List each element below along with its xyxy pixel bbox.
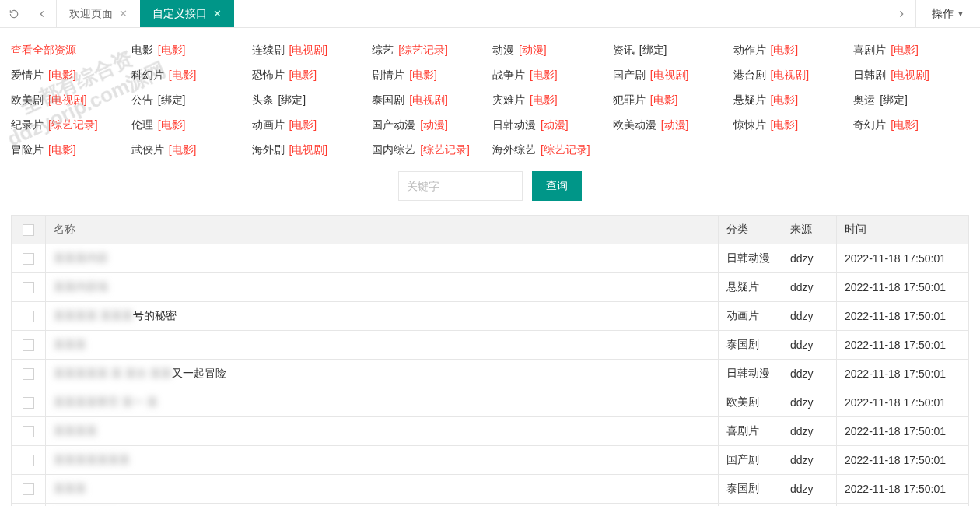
category-link[interactable]: 欧美剧 [电视剧]	[11, 93, 127, 107]
cell-source: ddzy	[782, 273, 837, 302]
category-link[interactable]: 国内综艺 [综艺记录]	[372, 143, 488, 157]
category-link[interactable]: 日韩动漫 [动漫]	[492, 118, 608, 132]
tab-next-button[interactable]	[887, 0, 915, 27]
category-link[interactable]: 动漫 [动漫]	[492, 44, 608, 58]
category-link[interactable]: 国产剧 [电视剧]	[613, 69, 729, 83]
category-link[interactable]: 剧情片 [电影]	[372, 69, 488, 83]
cell-category: 日韩动漫	[719, 244, 782, 273]
category-link[interactable]: 资讯 [绑定]	[613, 44, 729, 58]
category-link[interactable]: 电影 [电影]	[131, 44, 247, 58]
category-tag: [电影]	[530, 93, 558, 106]
category-link[interactable]: 海外综艺 [综艺记录]	[492, 143, 608, 157]
category-link[interactable]: 纪录片 [综艺记录]	[11, 118, 127, 132]
category-link[interactable]: 科幻片 [电影]	[131, 69, 247, 83]
refresh-button[interactable]	[0, 0, 28, 27]
category-link[interactable]: 动画片 [电影]	[252, 118, 368, 132]
category-link[interactable]: 惊悚片 [电影]	[733, 118, 849, 132]
category-link[interactable]: 日韩剧 [电视剧]	[853, 69, 969, 83]
table-row: 某某某某喜剧片ddzy2022-11-18 17:50:01	[12, 417, 969, 446]
row-checkbox[interactable]	[23, 253, 34, 265]
row-checkbox[interactable]	[23, 311, 34, 322]
row-checkbox[interactable]	[23, 282, 34, 293]
category-tag: [综艺记录]	[420, 143, 470, 156]
row-checkbox[interactable]	[23, 397, 34, 409]
category-label: 喜剧片	[853, 44, 886, 56]
category-link[interactable]: 爱情片 [电影]	[11, 69, 127, 83]
cell-name[interactable]: 某某某	[46, 475, 719, 504]
cell-name[interactable]: 某某某某某某意	[46, 504, 719, 507]
cell-name[interactable]: 某某内容项	[46, 273, 719, 302]
operations-label: 操作	[932, 7, 954, 21]
cell-time: 2022-11-18 17:50:01	[837, 273, 969, 302]
category-label: 纪录片	[11, 118, 44, 131]
category-label: 综艺	[372, 44, 394, 56]
category-link[interactable]: 冒险片 [电影]	[11, 143, 127, 157]
cell-time: 2022-11-18 17:50:01	[837, 475, 969, 504]
cell-name[interactable]: 某某某某某某某	[46, 446, 719, 475]
category-tag: [电影]	[891, 44, 919, 56]
category-link[interactable]: 综艺 [综艺记录]	[372, 44, 488, 58]
row-checkbox[interactable]	[23, 368, 34, 380]
category-link[interactable]: 查看全部资源	[11, 44, 127, 58]
col-source: 来源	[782, 216, 837, 244]
cell-name[interactable]: 某某某内容	[46, 244, 719, 273]
row-checkbox[interactable]	[23, 426, 34, 437]
category-link[interactable]: 动作片 [电影]	[733, 44, 849, 58]
cell-name[interactable]: 某某某某客官 某一 某	[46, 388, 719, 417]
category-link[interactable]: 恐怖片 [电影]	[252, 69, 368, 83]
row-checkbox[interactable]	[23, 483, 34, 495]
cell-time: 2022-11-18 17:45:01	[837, 504, 969, 507]
category-tag: [绑定]	[639, 44, 667, 56]
operations-dropdown[interactable]: 操作 ▼	[916, 0, 980, 27]
category-label: 日韩动漫	[492, 118, 536, 131]
category-link[interactable]: 公告 [绑定]	[131, 93, 247, 107]
cell-name[interactable]: 某某某某 某某某号的秘密	[46, 302, 719, 331]
category-link[interactable]: 悬疑片 [电影]	[733, 93, 849, 107]
category-label: 资讯	[613, 44, 635, 56]
cell-name[interactable]: 某某某某某 某 某女 某某又一起冒险	[46, 360, 719, 388]
category-link[interactable]: 泰国剧 [电视剧]	[372, 93, 488, 107]
tab-label: 欢迎页面	[69, 7, 113, 21]
category-label: 欧美剧	[11, 93, 44, 106]
category-label: 悬疑片	[733, 93, 766, 106]
cell-name[interactable]: 某某某某	[46, 417, 719, 446]
close-icon[interactable]: ✕	[213, 8, 222, 19]
category-tag: [电影]	[770, 93, 798, 106]
category-link[interactable]: 伦理 [电影]	[131, 118, 247, 132]
cell-source: ddzy	[782, 244, 837, 273]
col-time: 时间	[837, 216, 969, 244]
category-link[interactable]: 欧美动漫 [动漫]	[613, 118, 729, 132]
tab[interactable]: 欢迎页面✕	[57, 0, 140, 27]
row-checkbox[interactable]	[23, 339, 34, 351]
search-button[interactable]: 查询	[532, 171, 582, 201]
category-tag: [电影]	[650, 93, 678, 106]
category-link[interactable]: 奥运 [绑定]	[853, 93, 969, 107]
category-link[interactable]: 海外剧 [电视剧]	[252, 143, 368, 157]
search-input[interactable]	[398, 171, 523, 201]
category-link[interactable]: 连续剧 [电视剧]	[252, 44, 368, 58]
tab-label: 自定义接口	[152, 7, 207, 21]
category-label: 冒险片	[11, 143, 44, 156]
category-link[interactable]: 喜剧片 [电影]	[853, 44, 969, 58]
category-link[interactable]: 国产动漫 [动漫]	[372, 118, 488, 132]
table-row: 某某内容项悬疑片ddzy2022-11-18 17:50:01	[12, 273, 969, 302]
tab[interactable]: 自定义接口✕	[140, 0, 234, 27]
category-tag: [电视剧]	[770, 69, 809, 81]
cell-source: ddzy	[782, 302, 837, 331]
category-link[interactable]: 奇幻片 [电影]	[853, 118, 969, 132]
category-label: 爱情片	[11, 69, 44, 81]
category-link[interactable]: 灾难片 [电影]	[492, 93, 608, 107]
cell-name[interactable]: 某某某	[46, 331, 719, 360]
select-all-checkbox[interactable]	[23, 224, 34, 236]
category-link[interactable]: 头条 [绑定]	[252, 93, 368, 107]
category-link[interactable]: 武侠片 [电影]	[131, 143, 247, 157]
category-label: 国产剧	[613, 69, 646, 81]
tab-prev-button[interactable]	[28, 0, 56, 27]
category-link[interactable]: 战争片 [电影]	[492, 69, 608, 83]
row-checkbox[interactable]	[23, 455, 34, 466]
category-label: 灾难片	[492, 93, 525, 106]
category-link[interactable]: 犯罪片 [电影]	[613, 93, 729, 107]
close-icon[interactable]: ✕	[119, 8, 128, 19]
category-label: 惊悚片	[733, 118, 766, 131]
category-link[interactable]: 港台剧 [电视剧]	[733, 69, 849, 83]
